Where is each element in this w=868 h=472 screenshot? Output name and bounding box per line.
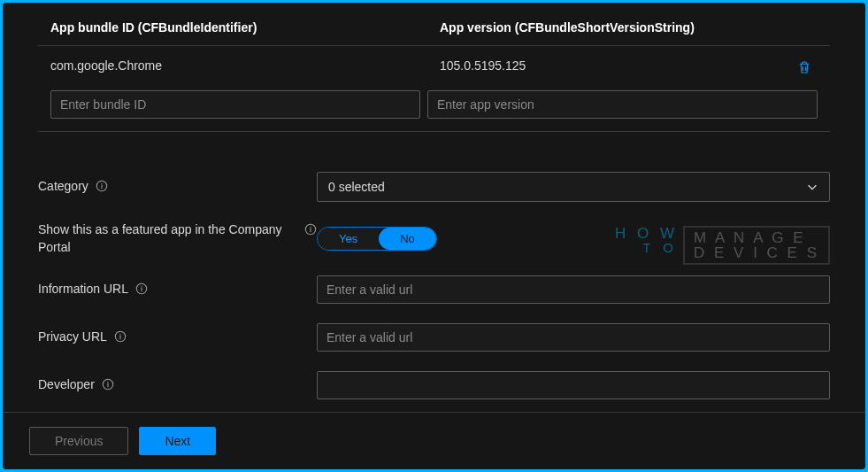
cell-app-version: 105.0.5195.125 <box>440 58 791 76</box>
table-header: App bundle ID (CFBundleIdentifier) App v… <box>38 3 830 46</box>
table-row: com.google.Chrome 105.0.5195.125 <box>38 46 830 89</box>
content-area: App bundle ID (CFBundleIdentifier) App v… <box>3 3 865 412</box>
info-url-input[interactable] <box>317 275 830 304</box>
info-icon[interactable] <box>304 223 317 236</box>
header-action <box>791 20 818 35</box>
app-config-panel: App bundle ID (CFBundleIdentifier) App v… <box>3 3 865 469</box>
toggle-no-button[interactable]: No <box>379 228 436 250</box>
privacy-url-label: Privacy URL <box>38 329 107 346</box>
info-icon[interactable] <box>135 282 148 295</box>
bundle-id-input[interactable] <box>50 90 420 119</box>
privacy-url-row: Privacy URL <box>38 323 830 352</box>
category-value: 0 selected <box>328 180 385 194</box>
privacy-url-input[interactable] <box>317 323 830 352</box>
category-label: Category <box>38 178 88 196</box>
header-bundle-id: App bundle ID (CFBundleIdentifier) <box>50 20 440 35</box>
developer-label: Developer <box>38 376 95 394</box>
cell-bundle-id: com.google.Chrome <box>50 58 440 76</box>
previous-button[interactable]: Previous <box>29 427 128 455</box>
next-button[interactable]: Next <box>139 427 216 455</box>
featured-row: Show this as a featured app in the Compa… <box>38 221 830 256</box>
info-icon[interactable] <box>96 180 108 192</box>
delete-icon[interactable] <box>796 58 812 76</box>
featured-label: Show this as a featured app in the Compa… <box>38 221 297 256</box>
chevron-down-icon <box>806 181 818 193</box>
developer-row: Developer <box>38 371 830 399</box>
toggle-yes-button[interactable]: Yes <box>318 228 379 250</box>
developer-input[interactable] <box>317 371 830 399</box>
info-icon[interactable] <box>102 378 114 391</box>
featured-toggle: Yes No <box>317 227 437 251</box>
info-icon[interactable] <box>114 330 127 343</box>
info-url-label: Information URL <box>38 281 128 298</box>
category-select[interactable]: 0 selected <box>317 172 830 202</box>
app-version-input[interactable] <box>427 90 818 119</box>
info-url-row: Information URL <box>38 275 830 304</box>
form-section: Category 0 selected Show this <box>38 172 830 399</box>
category-row: Category 0 selected <box>38 172 830 202</box>
header-app-version: App version (CFBundleShortVersionString) <box>440 20 791 35</box>
footer-bar: Previous Next <box>3 412 865 469</box>
table-input-row <box>38 89 830 132</box>
